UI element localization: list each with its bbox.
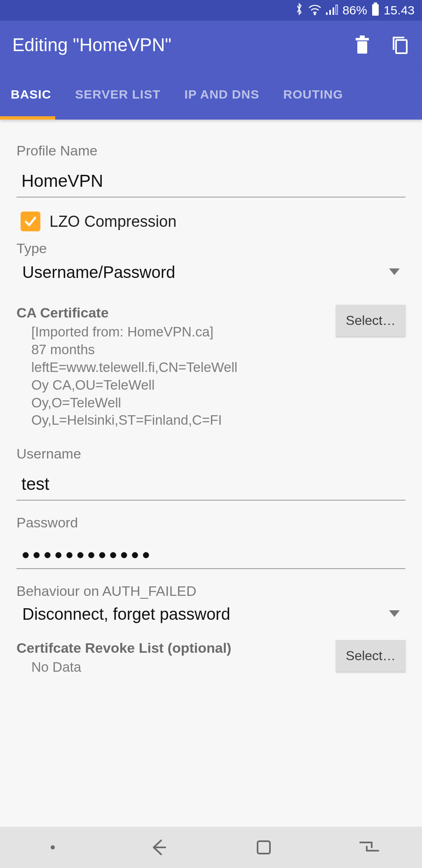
auth-failed-value: Disconnect, forget password bbox=[22, 605, 389, 623]
battery-icon bbox=[371, 2, 380, 19]
password-input[interactable]: ●●●●●●●●●●●● bbox=[16, 541, 406, 569]
form-content: Profile Name LZO Compression Type Userna… bbox=[0, 120, 422, 868]
type-label: Type bbox=[16, 240, 406, 256]
lzo-checkbox[interactable] bbox=[21, 212, 40, 231]
clock: 15.43 bbox=[384, 3, 415, 17]
app-bar: Editing "HomeVPN" bbox=[0, 21, 422, 69]
username-label: Username bbox=[16, 446, 406, 462]
chevron-down-icon bbox=[389, 610, 400, 619]
chevron-down-icon bbox=[389, 268, 400, 277]
crl-select-button[interactable]: Select… bbox=[336, 640, 406, 672]
battery-pct: 86% bbox=[342, 3, 367, 17]
nav-back-button[interactable] bbox=[144, 837, 173, 858]
username-input[interactable] bbox=[16, 473, 406, 501]
signal-icon bbox=[326, 3, 338, 18]
tab-routing[interactable]: ROUTING bbox=[281, 87, 345, 101]
nav-overview-dot[interactable] bbox=[38, 837, 67, 858]
svg-rect-2 bbox=[329, 10, 331, 15]
ca-cert-details: 87 months leftE=www.telewell.fi,CN=TeleW… bbox=[16, 341, 206, 429]
svg-rect-3 bbox=[333, 7, 334, 15]
lzo-checkbox-row[interactable]: LZO Compression bbox=[16, 212, 406, 231]
ca-cert-source: [Imported from: HomeVPN.ca] bbox=[16, 323, 328, 341]
type-value: Username/Password bbox=[22, 263, 389, 282]
lzo-label: LZO Compression bbox=[49, 213, 176, 231]
password-label: Password bbox=[16, 515, 406, 531]
crl-value: No Data bbox=[16, 659, 328, 676]
system-nav-bar bbox=[0, 827, 422, 868]
wifi-icon bbox=[308, 3, 322, 18]
nav-recents-button[interactable] bbox=[355, 837, 384, 858]
svg-rect-6 bbox=[372, 4, 379, 16]
svg-rect-7 bbox=[356, 38, 369, 40]
crl-section: Certifcate Revoke List (optional) No Dat… bbox=[16, 640, 406, 676]
auth-failed-label: Behaviour on AUTH_FAILED bbox=[16, 583, 406, 599]
tab-server-list[interactable]: SERVER LIST bbox=[73, 87, 162, 101]
page-title: Editing "HomeVPN" bbox=[12, 35, 353, 55]
tab-basic[interactable]: BASIC bbox=[9, 87, 53, 101]
type-dropdown[interactable]: Username/Password bbox=[16, 260, 406, 288]
svg-rect-5 bbox=[374, 2, 377, 4]
svg-rect-10 bbox=[396, 40, 407, 53]
ca-select-button[interactable]: Select… bbox=[336, 305, 406, 336]
ca-cert-section: CA Certificate [Imported from: HomeVPN.c… bbox=[16, 305, 406, 429]
copy-button[interactable] bbox=[391, 35, 410, 54]
svg-point-0 bbox=[314, 13, 315, 14]
nav-home-button[interactable] bbox=[249, 837, 278, 858]
svg-rect-12 bbox=[258, 841, 270, 854]
tab-ip-dns[interactable]: IP AND DNS bbox=[183, 87, 261, 101]
auth-failed-dropdown[interactable]: Disconnect, forget password bbox=[16, 602, 406, 630]
svg-point-11 bbox=[51, 845, 55, 849]
profile-name-label: Profile Name bbox=[16, 143, 406, 159]
ca-cert-label: CA Certificate bbox=[16, 305, 328, 321]
svg-rect-9 bbox=[357, 41, 367, 54]
profile-name-input[interactable] bbox=[16, 169, 406, 198]
bluetooth-icon bbox=[295, 2, 304, 19]
tab-bar: BASIC SERVER LIST IP AND DNS ROUTING bbox=[0, 69, 422, 120]
svg-rect-8 bbox=[360, 35, 365, 38]
status-bar: 86% 15.43 bbox=[0, 0, 422, 21]
svg-rect-4 bbox=[336, 5, 338, 15]
delete-button[interactable] bbox=[353, 35, 372, 54]
svg-rect-1 bbox=[326, 12, 328, 15]
crl-label: Certifcate Revoke List (optional) bbox=[16, 640, 328, 656]
tab-indicator bbox=[0, 116, 55, 120]
